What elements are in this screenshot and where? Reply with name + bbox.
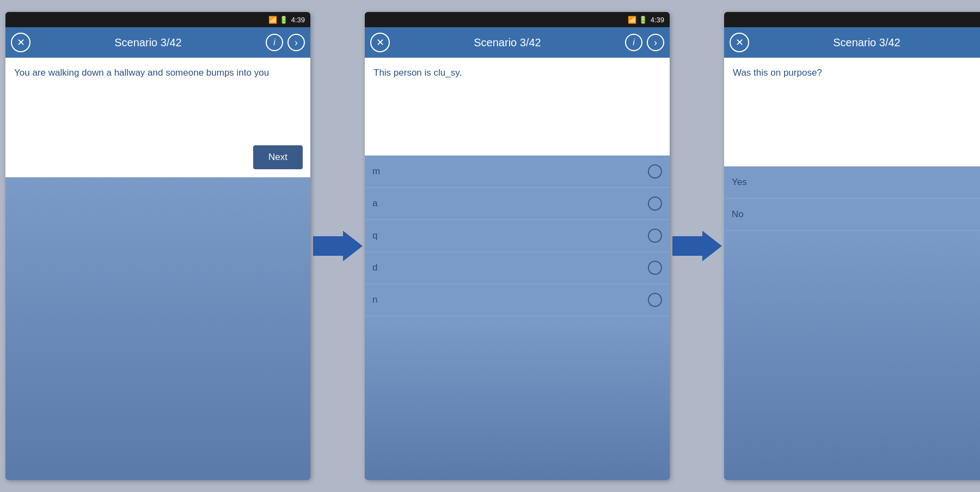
answer-item-3-0[interactable]: Yes bbox=[724, 167, 980, 199]
answer-label-2-1: a bbox=[372, 198, 377, 209]
signal-icon: 📶 bbox=[268, 16, 277, 24]
battery-icon: 🔋 bbox=[279, 16, 288, 24]
signal-icon-2: 📶 bbox=[628, 16, 636, 24]
time-2: 4:39 bbox=[651, 16, 664, 24]
close-icon-2: ✕ bbox=[376, 36, 384, 48]
status-icons-1: 📶 🔋 bbox=[268, 16, 288, 24]
arrow-head-1 bbox=[343, 231, 363, 261]
close-icon-3: ✕ bbox=[736, 36, 744, 48]
status-bar-1: 📶 🔋 4:39 bbox=[5, 12, 310, 27]
answer-list-2: m a q d n bbox=[365, 156, 670, 316]
radio-circle-2-2[interactable] bbox=[648, 229, 662, 243]
app-header-1: ✕ Scenario 3/42 i › bbox=[5, 27, 310, 58]
bottom-area-1 bbox=[5, 177, 310, 480]
arrow-body-1 bbox=[313, 236, 343, 256]
content-card-1: You are walking down a hallway and someo… bbox=[5, 58, 310, 177]
arrow-body-2 bbox=[672, 236, 702, 256]
header-title-1: Scenario 3/42 bbox=[30, 36, 266, 49]
app-header-2: ✕ Scenario 3/42 i › bbox=[365, 27, 670, 58]
bottom-area-2 bbox=[365, 316, 670, 480]
answer-item-2-0[interactable]: m bbox=[365, 156, 670, 188]
info-icon-2: i bbox=[633, 38, 635, 47]
phone-screen-2: 📶 🔋 4:39 ✕ Scenario 3/42 i › This person bbox=[365, 12, 670, 480]
answer-item-2-1[interactable]: a bbox=[365, 188, 670, 220]
close-button-2[interactable]: ✕ bbox=[370, 33, 390, 52]
close-icon-1: ✕ bbox=[17, 36, 25, 48]
app-header-3: ✕ Scenario 3/42 i › bbox=[724, 27, 980, 58]
status-bar-3: 📶 🔋 4:40 bbox=[724, 12, 980, 27]
close-button-1[interactable]: ✕ bbox=[11, 33, 30, 52]
phone-screen-1: 📶 🔋 4:39 ✕ Scenario 3/42 i › You are wal… bbox=[5, 12, 310, 480]
status-bar-2: 📶 🔋 4:39 bbox=[365, 12, 670, 27]
answer-item-2-4[interactable]: n bbox=[365, 284, 670, 316]
answer-label-3-1: No bbox=[732, 209, 744, 220]
radio-circle-2-3[interactable] bbox=[648, 261, 662, 275]
content-text-2: This person is clu_sy. bbox=[373, 66, 661, 79]
answer-label-3-0: Yes bbox=[732, 177, 747, 188]
info-button-2[interactable]: i bbox=[625, 34, 642, 51]
arrow-head-2 bbox=[702, 231, 722, 261]
content-card-2: This person is clu_sy. bbox=[365, 58, 670, 156]
arrow-1 bbox=[316, 231, 359, 261]
header-title-3: Scenario 3/42 bbox=[749, 36, 980, 49]
chevron-button-1[interactable]: › bbox=[287, 34, 305, 51]
content-text-3: Was this on purpose? bbox=[733, 66, 980, 79]
header-title-2: Scenario 3/42 bbox=[390, 36, 625, 49]
arrow-shape-2 bbox=[672, 231, 722, 261]
phone-screen-3: 📶 🔋 4:40 ✕ Scenario 3/42 i › Was this on bbox=[724, 12, 980, 480]
content-card-3: Was this on purpose? bbox=[724, 58, 980, 167]
answer-item-2-3[interactable]: d bbox=[365, 252, 670, 284]
radio-circle-2-1[interactable] bbox=[648, 196, 662, 211]
answer-item-2-2[interactable]: q bbox=[365, 220, 670, 252]
time-1: 4:39 bbox=[291, 16, 305, 24]
arrow-shape-1 bbox=[313, 231, 363, 261]
battery-icon-2: 🔋 bbox=[639, 16, 647, 24]
radio-circle-2-4[interactable] bbox=[648, 293, 662, 307]
info-button-1[interactable]: i bbox=[266, 34, 283, 51]
header-right-1: i › bbox=[266, 34, 305, 51]
close-button-3[interactable]: ✕ bbox=[730, 33, 749, 52]
arrow-2 bbox=[675, 231, 719, 261]
answer-label-2-0: m bbox=[372, 166, 380, 177]
radio-circle-2-0[interactable] bbox=[648, 164, 662, 179]
header-right-2: i › bbox=[625, 34, 664, 51]
answer-label-2-3: d bbox=[372, 262, 377, 273]
answer-list-3: Yes No bbox=[724, 167, 980, 231]
bottom-area-3 bbox=[724, 231, 980, 480]
next-button-1[interactable]: Next bbox=[253, 145, 303, 169]
content-text-1: You are walking down a hallway and someo… bbox=[14, 66, 302, 79]
answer-item-3-1[interactable]: No bbox=[724, 199, 980, 231]
status-icons-2: 📶 🔋 bbox=[628, 16, 647, 24]
chevron-button-2[interactable]: › bbox=[647, 34, 664, 51]
answer-label-2-4: n bbox=[372, 294, 377, 305]
answer-label-2-2: q bbox=[372, 230, 377, 241]
chevron-icon-2: › bbox=[654, 37, 657, 48]
info-icon-1: i bbox=[273, 38, 275, 47]
chevron-icon-1: › bbox=[295, 37, 298, 48]
